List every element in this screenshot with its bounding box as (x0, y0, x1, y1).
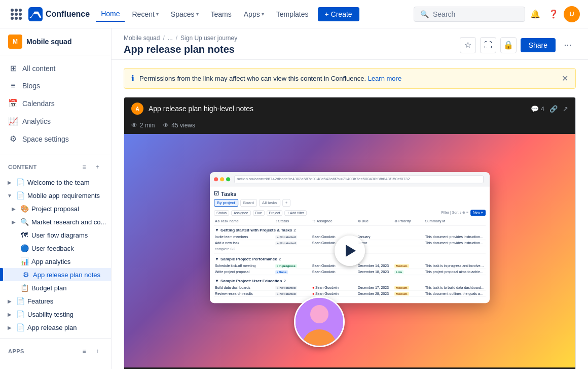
sidebar-item-analytics[interactable]: 📈 Analytics (0, 112, 111, 130)
video-container: A App release plan high-level notes 💬 4 … (124, 97, 576, 369)
td-summary: This document provides instructions for … (425, 241, 485, 245)
nav-home[interactable]: Home (96, 7, 125, 22)
filter-add[interactable]: + Add filter (284, 210, 306, 216)
help-button[interactable]: ❓ (545, 6, 562, 22)
chevron-right-icon: ▶ (6, 180, 13, 185)
add-apps-button[interactable]: + (92, 346, 103, 357)
learn-more-link[interactable]: Learn more (368, 75, 401, 82)
breadcrumb-mobile-squad[interactable]: Mobile squad (124, 35, 160, 42)
filter-project[interactable]: Project (267, 210, 283, 216)
breadcrumb-ellipsis[interactable]: ... (168, 35, 173, 42)
content-section-label: CONTENT (8, 164, 37, 170)
td-status: + Not started (275, 235, 311, 239)
alert-banner: ℹ Permissions from the link may affect w… (124, 68, 576, 89)
nav-spaces[interactable]: Spaces ▾ (166, 7, 204, 21)
window-close-dot (214, 177, 218, 181)
page-icon: ⚙ (21, 271, 31, 279)
analytics-icon: 📈 (8, 116, 18, 126)
tree-item-app-release-plan[interactable]: ▶ 📄 App release plan (0, 321, 111, 334)
search-bar[interactable]: 🔍 Search (414, 7, 525, 22)
td-status: + Not started (275, 241, 311, 245)
page-icon: 📄 (15, 310, 25, 318)
screen-title: ☑ Tasks (214, 190, 486, 197)
tree-item-welcome[interactable]: ▶ 📄 Welcome to the team (0, 176, 111, 189)
new-task-button[interactable]: New ▾ (470, 210, 486, 216)
chevron-down-icon: ▼ (6, 193, 13, 198)
screen-section-3: ▼ Sample Project: User Education 2 Build… (214, 277, 486, 297)
filter-sort[interactable]: Filter | Sort ↕ ⊕ ≡ (441, 211, 468, 215)
td-summary: This document provides instructions for … (425, 235, 485, 239)
chevron-right-icon: ▶ (10, 219, 17, 225)
sidebar-space-header[interactable]: M Mobile squad (0, 28, 111, 55)
play-button[interactable] (335, 236, 365, 266)
grid-icon: ⊞ (8, 63, 18, 73)
breadcrumb-sep: / (163, 35, 164, 42)
td-status: + Not started (275, 286, 311, 289)
confluence-logo[interactable]: Confluence (28, 7, 90, 21)
expand-button[interactable]: ⛶ (480, 37, 496, 53)
breadcrumb-sign-up[interactable]: Sign Up user journey (180, 35, 237, 42)
nav-teams[interactable]: Teams (206, 7, 237, 21)
content-section: CONTENT ≡ + ▶ 📄 Welcome to the team ▼ 📄 … (0, 156, 111, 334)
td-due: December 14, 2023 (358, 264, 393, 267)
screen-tab-all-tasks[interactable]: All tasks (259, 199, 280, 207)
screen-tab-by-project[interactable]: By project (214, 199, 238, 207)
alert-text: Permissions from the link may affect who… (139, 75, 557, 82)
th-due: ⊕ Due (358, 219, 393, 223)
video-header-right: 💬 4 🔗 ↗ (531, 105, 568, 113)
add-content-button[interactable]: + (92, 161, 103, 173)
alert-close-button[interactable]: ✕ (562, 74, 568, 83)
share-button[interactable]: Share (521, 38, 556, 52)
filter-due[interactable]: Due (253, 210, 265, 216)
create-button[interactable]: + Create (318, 7, 359, 21)
star-button[interactable]: ☆ (460, 37, 476, 53)
td-due: December 18, 2023 (358, 270, 393, 274)
chevron-right-icon: ▶ (10, 206, 17, 212)
video-preview[interactable]: notion.so/aconrd/6742dbcdc9e4302a587d014… (124, 134, 575, 367)
tree-item-features[interactable]: ▶ 📄 Features (0, 294, 111, 308)
tree-item-app-analytics[interactable]: 📊 App analytics (0, 255, 111, 268)
tree-item-app-release-plan-notes[interactable]: ⚙ App release plan notes (0, 268, 111, 281)
filter-status[interactable]: Status (214, 210, 229, 216)
td-task: Schedule kick-off meeting (215, 264, 274, 267)
screen-tab-add[interactable]: + (282, 199, 291, 207)
td-priority: Medium (394, 286, 424, 289)
tree-item-user-feedback[interactable]: 🔵 User feedback (0, 242, 111, 255)
breadcrumb-sep: / (176, 35, 177, 42)
comment-count: 💬 4 (531, 105, 544, 113)
table-row: Review research results + Not started ● … (214, 291, 486, 297)
filter-button[interactable]: ≡ (79, 161, 90, 173)
tree-item-market-research[interactable]: ▶ 🔍 Market research and co... (0, 215, 111, 228)
tree-item-usability-testing[interactable]: ▶ 📄 Usability testing (0, 308, 111, 321)
apps-grid-button[interactable] (8, 6, 24, 22)
lock-button[interactable]: 🔒 (500, 37, 517, 53)
sidebar: M Mobile squad ⊞ All content ≡ Blogs 📅 C… (0, 28, 112, 369)
page-header: Mobile squad / ... / Sign Up user journe… (112, 28, 588, 60)
notifications-button[interactable]: 🔔 (527, 6, 543, 22)
user-avatar[interactable]: U (564, 6, 580, 22)
settings-icon: ⚙ (8, 134, 18, 144)
tree-item-user-flow[interactable]: 🗺 User flow diagrams (0, 228, 111, 242)
sidebar-item-space-settings[interactable]: ⚙ Space settings (0, 130, 111, 148)
nav-templates[interactable]: Templates (271, 7, 314, 21)
nav-recent[interactable]: Recent ▾ (127, 7, 163, 21)
filter-assignee[interactable]: Assignee (231, 210, 251, 216)
external-link-button[interactable]: ↗ (563, 105, 568, 113)
sidebar-item-calendars[interactable]: 📅 Calendars (0, 94, 111, 112)
body-layout: M Mobile squad ⊞ All content ≡ Blogs 📅 C… (0, 28, 588, 369)
sidebar-item-blogs[interactable]: ≡ Blogs (0, 77, 111, 94)
copy-link-button[interactable]: 🔗 (549, 105, 558, 113)
presenter-silhouette (296, 298, 343, 346)
page-icon: 📄 (15, 323, 25, 331)
nav-apps[interactable]: Apps ▾ (239, 7, 269, 21)
tree-item-mobile-app-req[interactable]: ▼ 📄 Mobile app requirements (0, 189, 111, 202)
tree-item-project-proposal[interactable]: ▶ 🎨 Project proposal (0, 202, 111, 215)
tree-item-budget-plan[interactable]: 📋 Budget plan (0, 281, 111, 294)
apps-filter-button[interactable]: ≡ (79, 346, 90, 357)
sidebar-item-all-content[interactable]: ⊞ All content (0, 59, 111, 77)
screen-tab-board[interactable]: Board (240, 199, 257, 207)
svg-rect-0 (28, 7, 43, 21)
td-assignee: ● Sean Goodwin (312, 292, 357, 295)
td-status: + Not started (275, 292, 311, 295)
more-button[interactable]: ··· (560, 37, 576, 53)
